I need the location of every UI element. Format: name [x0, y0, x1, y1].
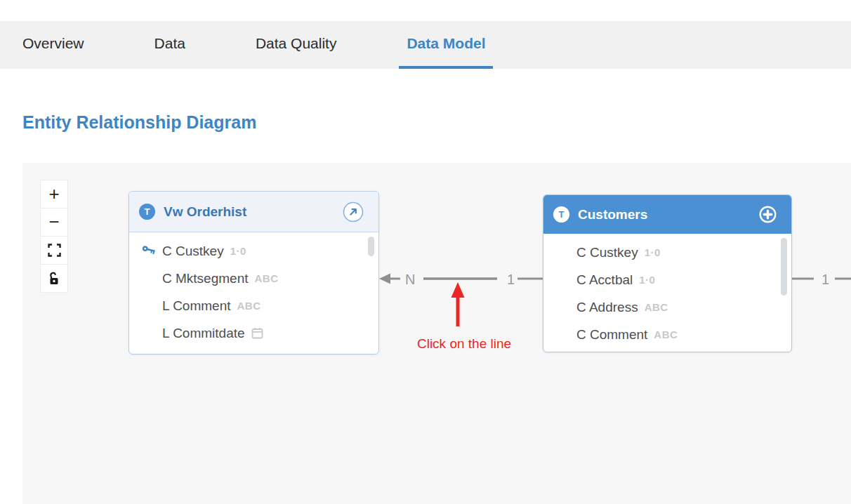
entity-title: Vw Orderhist	[164, 204, 343, 220]
erd-canvas[interactable]: N 1 1 Click on the line + − T Vw Orderhi	[22, 163, 851, 504]
entity-header: T Customers	[543, 195, 791, 234]
field-row[interactable]: C Custkey 1·0	[129, 237, 378, 265]
primary-key-icon	[142, 244, 156, 258]
relationship-arrowhead-icon	[379, 274, 390, 284]
entity-title: Customers	[578, 207, 759, 223]
cardinality-label-n: N	[405, 272, 415, 286]
unlock-icon	[47, 272, 61, 286]
tab-bar: Overview Data Data Quality Data Model	[0, 21, 851, 69]
field-name: C Custkey	[576, 245, 638, 260]
field-name: L Comment	[162, 298, 231, 314]
open-external-icon	[343, 201, 364, 223]
zoom-out-button[interactable]: −	[40, 208, 68, 237]
date-type-icon	[251, 327, 263, 339]
tab-data-quality[interactable]: Data Quality	[248, 21, 345, 69]
zoom-in-button[interactable]: +	[40, 180, 68, 208]
page-title: Entity Relationship Diagram	[22, 112, 256, 133]
plus-circle-icon	[759, 206, 777, 223]
text-type-icon: ABC	[254, 272, 278, 284]
field-row[interactable]: L Comment ABC	[129, 292, 378, 319]
text-type-icon: ABC	[645, 301, 668, 313]
cardinality-label-outer-1: 1	[822, 272, 829, 286]
open-table-button[interactable]	[343, 201, 364, 223]
field-row[interactable]: C Address ABC	[543, 293, 791, 321]
table-type-icon: T	[139, 204, 155, 220]
scrollbar-thumb[interactable]	[781, 238, 787, 296]
field-row[interactable]: C Custkey 1·0	[543, 239, 791, 266]
diagram-toolbar: + −	[40, 180, 68, 293]
cardinality-label-1: 1	[507, 272, 515, 286]
field-row[interactable]: L Commitdate	[129, 319, 378, 347]
scrollbar-thumb[interactable]	[368, 237, 374, 256]
fullscreen-icon	[48, 244, 61, 257]
table-type-icon: T	[553, 206, 569, 223]
number-type-icon: 1·0	[230, 245, 246, 257]
entity-field-list: C Custkey 1·0 C Acctbal 1·0 C Address AB…	[543, 234, 791, 348]
number-type-icon: 1·0	[639, 274, 655, 286]
field-name: C Comment	[576, 327, 647, 343]
tab-overview[interactable]: Overview	[15, 21, 92, 69]
fit-screen-button[interactable]	[40, 236, 68, 265]
field-name: C Address	[576, 300, 638, 315]
text-type-icon: ABC	[237, 300, 261, 312]
tab-data[interactable]: Data	[147, 21, 193, 69]
annotation-text: Click on the line	[415, 336, 513, 352]
lock-toggle-button[interactable]	[40, 264, 68, 293]
relationship-line[interactable]	[379, 274, 543, 284]
field-row[interactable]: C Acctbal 1·0	[543, 266, 791, 293]
entity-card-customers[interactable]: T Customers C Custkey 1·0 C Acctbal 1·0 …	[543, 194, 792, 352]
add-relation-button[interactable]	[759, 206, 777, 223]
field-name: L Commitdate	[162, 326, 245, 341]
annotation-arrow-icon	[451, 282, 465, 326]
text-type-icon: ABC	[654, 329, 678, 340]
entity-field-list: C Custkey 1·0 C Mktsegment ABC L Comment…	[129, 232, 378, 347]
entity-header: T Vw Orderhist	[129, 192, 378, 232]
tab-data-model[interactable]: Data Model	[399, 21, 493, 69]
field-name: C Acctbal	[576, 272, 633, 288]
field-name: C Custkey	[162, 244, 224, 259]
plus-icon: +	[48, 183, 59, 205]
entity-card-vw-orderhist[interactable]: T Vw Orderhist	[128, 191, 379, 354]
minus-icon: −	[48, 211, 59, 233]
number-type-icon: 1·0	[645, 246, 661, 258]
field-row[interactable]: C Comment ABC	[543, 321, 791, 348]
field-row[interactable]: C Mktsegment ABC	[129, 265, 378, 292]
field-name: C Mktsegment	[162, 271, 248, 286]
